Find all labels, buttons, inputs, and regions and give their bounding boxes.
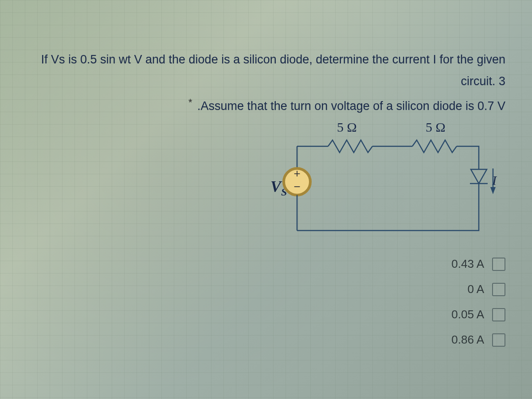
circuit-svg: + − (284, 137, 497, 244)
option-row: 0.05 A (451, 308, 505, 321)
option-label: 0.05 A (451, 308, 484, 321)
question-text: If Vs is 0.5 sin wt V and the diode is a… (18, 49, 514, 117)
option-label: 0 A (467, 282, 484, 296)
option-checkbox-4[interactable] (492, 333, 505, 347)
option-checkbox-1[interactable] (492, 258, 505, 271)
required-asterisk: * (188, 97, 192, 108)
circuit-diagram: 5 Ω 5 Ω VS I + − (266, 120, 497, 244)
option-checkbox-3[interactable] (492, 308, 505, 321)
option-label: 0.43 A (451, 257, 484, 271)
option-label: 0.86 A (451, 333, 484, 347)
svg-text:+: + (293, 167, 300, 180)
option-row: 0.86 A (451, 333, 505, 347)
option-row: 0.43 A (451, 257, 505, 271)
current-arrow-icon (490, 187, 496, 194)
option-checkbox-2[interactable] (492, 283, 505, 296)
option-row: 0 A (467, 282, 505, 296)
question-points: 3 (499, 74, 505, 88)
question-assumption: .Assume that the turn on voltage of a si… (197, 99, 505, 113)
answer-options: 0.43 A 0 A 0.05 A 0.86 A (451, 257, 505, 347)
svg-text:−: − (293, 180, 300, 193)
question-line1: If Vs is 0.5 sin wt V and the diode is a… (41, 53, 505, 88)
